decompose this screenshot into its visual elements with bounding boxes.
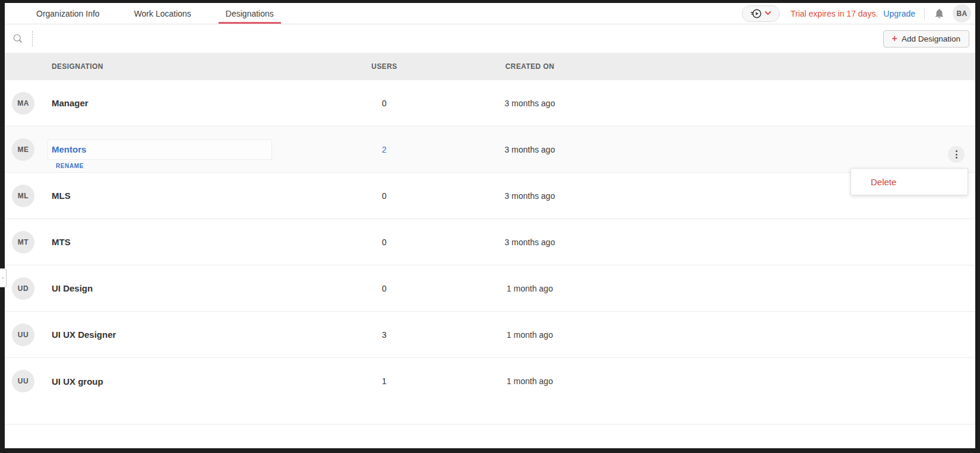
users-count-link[interactable]: 2 bbox=[337, 145, 432, 154]
upgrade-link[interactable]: Upgrade bbox=[883, 9, 915, 18]
toolbar-dashed-divider bbox=[32, 31, 33, 46]
designation-name: MLS bbox=[52, 191, 337, 201]
window-frame: Organization Info Work Locations Designa… bbox=[0, 0, 980, 453]
created-on: 3 months ago bbox=[432, 145, 628, 154]
designation-name: Manager bbox=[52, 98, 337, 108]
toolbar: + Add Designation bbox=[5, 24, 975, 53]
column-header-users: USERS bbox=[337, 62, 432, 71]
row-context-menu: Delete bbox=[851, 168, 968, 195]
notifications-bell-icon[interactable] bbox=[934, 8, 945, 19]
tab-designations[interactable]: Designations bbox=[219, 3, 281, 24]
avatar: UU bbox=[12, 370, 34, 392]
table-header: DESIGNATION USERS CREATED ON bbox=[5, 53, 975, 80]
created-on: 1 month ago bbox=[432, 330, 628, 340]
quick-tour-button[interactable] bbox=[742, 5, 780, 22]
search-icon[interactable] bbox=[12, 33, 24, 45]
user-avatar[interactable]: BA bbox=[953, 4, 971, 23]
chevron-down-icon bbox=[765, 11, 771, 15]
avatar: MT bbox=[12, 231, 34, 254]
top-navigation: Organization Info Work Locations Designa… bbox=[5, 3, 975, 24]
avatar: ME bbox=[12, 138, 34, 161]
table-row[interactable]: MA Manager 0 3 months ago bbox=[5, 80, 975, 126]
add-designation-button[interactable]: + Add Designation bbox=[883, 30, 969, 47]
users-count: 3 bbox=[337, 330, 432, 340]
rename-link[interactable]: RENAME bbox=[56, 163, 84, 169]
avatar: UD bbox=[12, 277, 34, 300]
designation-name: UI Design bbox=[52, 283, 337, 293]
users-count: 0 bbox=[337, 99, 432, 108]
users-count: 0 bbox=[337, 237, 432, 247]
table-row[interactable]: UU UI UX Designer 3 1 month ago bbox=[5, 312, 975, 358]
avatar: MA bbox=[12, 92, 34, 115]
designation-name: UI UX group bbox=[52, 376, 337, 387]
created-on: 1 month ago bbox=[432, 376, 628, 386]
designation-name-editbox[interactable]: Mentors bbox=[48, 140, 272, 160]
table-row[interactable]: MT MTS 0 3 months ago bbox=[5, 219, 975, 265]
created-on: 1 month ago bbox=[432, 284, 628, 293]
play-circle-icon bbox=[750, 8, 762, 20]
nav-right-cluster: Trial expires in 17 days. Upgrade BA bbox=[742, 4, 971, 23]
add-designation-label: Add Designation bbox=[902, 34, 960, 43]
column-header-designation: DESIGNATION bbox=[52, 62, 337, 71]
designation-name: MTS bbox=[52, 237, 337, 247]
table-row[interactable]: ML MLS 0 3 months ago bbox=[5, 173, 975, 219]
table-row[interactable]: ME Mentors 2 3 months ago RENAME Delete bbox=[5, 126, 975, 173]
row-more-options-kebab-icon[interactable] bbox=[948, 146, 965, 163]
designation-name: UI UX Designer bbox=[52, 330, 337, 340]
users-count: 0 bbox=[337, 191, 432, 201]
table-footer-spacer bbox=[5, 404, 975, 425]
column-header-created-on: CREATED ON bbox=[432, 62, 628, 71]
created-on: 3 months ago bbox=[432, 191, 628, 201]
tab-bar: Organization Info Work Locations Designa… bbox=[19, 3, 291, 24]
sidebar-collapse-handle[interactable]: ‹ bbox=[0, 268, 7, 287]
users-count: 1 bbox=[337, 376, 432, 386]
tab-organization-info[interactable]: Organization Info bbox=[29, 3, 107, 24]
app-content: Organization Info Work Locations Designa… bbox=[5, 3, 975, 448]
trial-expiry-text: Trial expires in 17 days. bbox=[791, 9, 878, 18]
table-row[interactable]: UU UI UX group 1 1 month ago bbox=[5, 358, 975, 404]
nav-divider bbox=[924, 8, 925, 20]
menu-item-delete[interactable]: Delete bbox=[851, 177, 968, 187]
users-count: 0 bbox=[337, 284, 432, 293]
designation-name-link[interactable]: Mentors bbox=[52, 144, 86, 154]
avatar: ML bbox=[12, 185, 34, 207]
table-row[interactable]: UD UI Design 0 1 month ago bbox=[5, 265, 975, 312]
plus-icon: + bbox=[892, 34, 897, 43]
created-on: 3 months ago bbox=[432, 237, 628, 247]
created-on: 3 months ago bbox=[432, 99, 628, 108]
tab-work-locations[interactable]: Work Locations bbox=[127, 3, 198, 24]
avatar: UU bbox=[12, 324, 34, 346]
